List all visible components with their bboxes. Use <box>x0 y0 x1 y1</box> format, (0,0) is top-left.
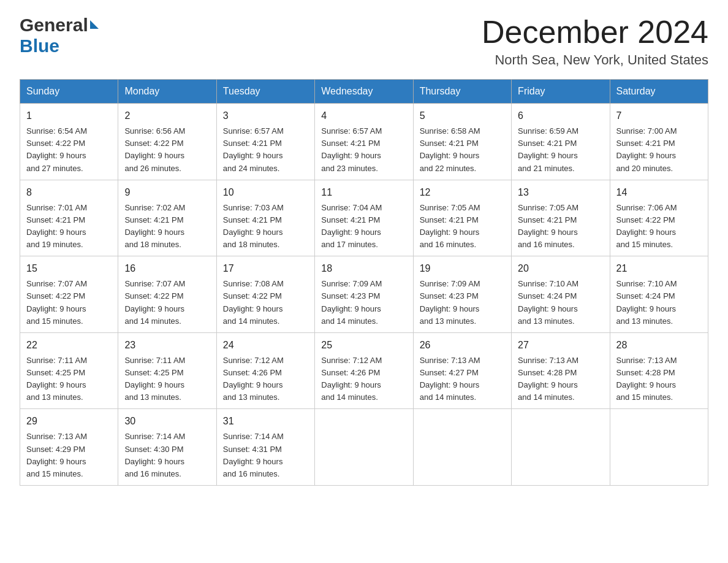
calendar-cell: 2 Sunrise: 6:56 AMSunset: 4:22 PMDayligh… <box>118 104 216 180</box>
day-number: 27 <box>518 338 603 353</box>
day-info: Sunrise: 6:59 AMSunset: 4:21 PMDaylight:… <box>518 126 578 172</box>
page-header: General Blue December 2024 North Sea, Ne… <box>20 15 708 68</box>
calendar-cell: 18 Sunrise: 7:09 AMSunset: 4:23 PMDaylig… <box>315 256 413 333</box>
day-info: Sunrise: 7:08 AMSunset: 4:22 PMDaylight:… <box>223 279 284 325</box>
day-info: Sunrise: 6:56 AMSunset: 4:22 PMDaylight:… <box>124 126 185 172</box>
day-number: 10 <box>223 185 308 200</box>
logo-blue: Blue <box>20 36 59 56</box>
header-friday: Friday <box>512 80 610 104</box>
day-info: Sunrise: 7:03 AMSunset: 4:21 PMDaylight:… <box>223 203 284 249</box>
week-row-5: 29 Sunrise: 7:13 AMSunset: 4:29 PMDaylig… <box>20 409 708 486</box>
day-number: 22 <box>26 338 112 353</box>
title-block: December 2024 North Sea, New York, Unite… <box>482 15 708 68</box>
day-info: Sunrise: 7:13 AMSunset: 4:28 PMDaylight:… <box>616 356 677 402</box>
calendar-cell: 4 Sunrise: 6:57 AMSunset: 4:21 PMDayligh… <box>315 104 413 180</box>
day-info: Sunrise: 7:13 AMSunset: 4:28 PMDaylight:… <box>518 356 578 402</box>
day-number: 11 <box>321 185 406 200</box>
day-number: 1 <box>26 109 112 123</box>
day-info: Sunrise: 6:58 AMSunset: 4:21 PMDaylight:… <box>420 126 480 172</box>
day-number: 24 <box>223 338 308 353</box>
day-number: 20 <box>518 261 603 276</box>
day-info: Sunrise: 7:05 AMSunset: 4:21 PMDaylight:… <box>420 203 480 249</box>
calendar-cell: 14 Sunrise: 7:06 AMSunset: 4:22 PMDaylig… <box>610 180 708 256</box>
day-number: 30 <box>124 414 210 429</box>
header-row: SundayMondayTuesdayWednesdayThursdayFrid… <box>20 80 708 104</box>
day-info: Sunrise: 7:00 AMSunset: 4:21 PMDaylight:… <box>616 126 677 172</box>
day-number: 3 <box>223 109 308 123</box>
day-info: Sunrise: 7:06 AMSunset: 4:22 PMDaylight:… <box>616 203 677 249</box>
week-row-3: 15 Sunrise: 7:07 AMSunset: 4:22 PMDaylig… <box>20 256 708 333</box>
calendar-cell: 11 Sunrise: 7:04 AMSunset: 4:21 PMDaylig… <box>315 180 413 256</box>
header-tuesday: Tuesday <box>216 80 314 104</box>
calendar-cell: 22 Sunrise: 7:11 AMSunset: 4:25 PMDaylig… <box>20 332 118 409</box>
day-number: 25 <box>321 338 406 353</box>
day-info: Sunrise: 7:01 AMSunset: 4:21 PMDaylight:… <box>26 203 87 249</box>
day-number: 9 <box>124 185 210 200</box>
day-number: 26 <box>420 338 505 353</box>
calendar-cell <box>512 409 610 486</box>
week-row-2: 8 Sunrise: 7:01 AMSunset: 4:21 PMDayligh… <box>20 180 708 256</box>
day-number: 28 <box>616 338 702 353</box>
day-info: Sunrise: 7:09 AMSunset: 4:23 PMDaylight:… <box>321 279 382 325</box>
header-saturday: Saturday <box>610 80 708 104</box>
calendar-cell: 30 Sunrise: 7:14 AMSunset: 4:30 PMDaylig… <box>118 409 216 486</box>
header-wednesday: Wednesday <box>315 80 413 104</box>
day-info: Sunrise: 6:57 AMSunset: 4:21 PMDaylight:… <box>223 126 284 172</box>
logo-chevron-icon <box>90 20 99 29</box>
day-number: 31 <box>223 414 308 429</box>
day-number: 5 <box>420 109 505 123</box>
day-number: 19 <box>420 261 505 276</box>
calendar-cell: 1 Sunrise: 6:54 AMSunset: 4:22 PMDayligh… <box>20 104 118 180</box>
calendar-cell: 15 Sunrise: 7:07 AMSunset: 4:22 PMDaylig… <box>20 256 118 333</box>
day-info: Sunrise: 7:05 AMSunset: 4:21 PMDaylight:… <box>518 203 578 249</box>
day-info: Sunrise: 7:12 AMSunset: 4:26 PMDaylight:… <box>321 356 382 402</box>
day-number: 15 <box>26 261 112 276</box>
calendar-table: SundayMondayTuesdayWednesdayThursdayFrid… <box>20 79 708 486</box>
header-monday: Monday <box>118 80 216 104</box>
day-info: Sunrise: 7:07 AMSunset: 4:22 PMDaylight:… <box>124 279 185 325</box>
day-info: Sunrise: 7:14 AMSunset: 4:31 PMDaylight:… <box>223 432 284 478</box>
day-info: Sunrise: 7:02 AMSunset: 4:21 PMDaylight:… <box>124 203 185 249</box>
week-row-4: 22 Sunrise: 7:11 AMSunset: 4:25 PMDaylig… <box>20 332 708 409</box>
day-number: 18 <box>321 261 406 276</box>
calendar-cell: 13 Sunrise: 7:05 AMSunset: 4:21 PMDaylig… <box>512 180 610 256</box>
day-number: 12 <box>420 185 505 200</box>
day-number: 7 <box>616 109 702 123</box>
calendar-cell: 26 Sunrise: 7:13 AMSunset: 4:27 PMDaylig… <box>413 332 511 409</box>
day-info: Sunrise: 7:12 AMSunset: 4:26 PMDaylight:… <box>223 356 284 402</box>
header-sunday: Sunday <box>20 80 118 104</box>
calendar-cell: 27 Sunrise: 7:13 AMSunset: 4:28 PMDaylig… <box>512 332 610 409</box>
day-number: 16 <box>124 261 210 276</box>
calendar-cell: 16 Sunrise: 7:07 AMSunset: 4:22 PMDaylig… <box>118 256 216 333</box>
day-number: 21 <box>616 261 702 276</box>
calendar-cell: 5 Sunrise: 6:58 AMSunset: 4:21 PMDayligh… <box>413 104 511 180</box>
calendar-cell <box>610 409 708 486</box>
calendar-cell: 7 Sunrise: 7:00 AMSunset: 4:21 PMDayligh… <box>610 104 708 180</box>
day-number: 8 <box>26 185 112 200</box>
calendar-title: December 2024 <box>482 15 708 50</box>
day-info: Sunrise: 7:13 AMSunset: 4:29 PMDaylight:… <box>26 432 87 478</box>
day-info: Sunrise: 7:13 AMSunset: 4:27 PMDaylight:… <box>420 356 480 402</box>
day-info: Sunrise: 7:11 AMSunset: 4:25 PMDaylight:… <box>26 356 87 402</box>
calendar-cell: 28 Sunrise: 7:13 AMSunset: 4:28 PMDaylig… <box>610 332 708 409</box>
day-info: Sunrise: 7:04 AMSunset: 4:21 PMDaylight:… <box>321 203 382 249</box>
calendar-cell: 12 Sunrise: 7:05 AMSunset: 4:21 PMDaylig… <box>413 180 511 256</box>
calendar-cell: 17 Sunrise: 7:08 AMSunset: 4:22 PMDaylig… <box>216 256 314 333</box>
calendar-subtitle: North Sea, New York, United States <box>482 52 708 68</box>
calendar-cell: 21 Sunrise: 7:10 AMSunset: 4:24 PMDaylig… <box>610 256 708 333</box>
day-info: Sunrise: 7:10 AMSunset: 4:24 PMDaylight:… <box>616 279 677 325</box>
calendar-cell: 24 Sunrise: 7:12 AMSunset: 4:26 PMDaylig… <box>216 332 314 409</box>
day-number: 6 <box>518 109 603 123</box>
calendar-cell: 25 Sunrise: 7:12 AMSunset: 4:26 PMDaylig… <box>315 332 413 409</box>
calendar-cell: 3 Sunrise: 6:57 AMSunset: 4:21 PMDayligh… <box>216 104 314 180</box>
week-row-1: 1 Sunrise: 6:54 AMSunset: 4:22 PMDayligh… <box>20 104 708 180</box>
day-number: 13 <box>518 185 603 200</box>
day-number: 17 <box>223 261 308 276</box>
logo: General Blue <box>20 15 99 56</box>
day-number: 14 <box>616 185 702 200</box>
day-info: Sunrise: 7:11 AMSunset: 4:25 PMDaylight:… <box>124 356 185 402</box>
day-info: Sunrise: 7:14 AMSunset: 4:30 PMDaylight:… <box>124 432 185 478</box>
day-info: Sunrise: 6:57 AMSunset: 4:21 PMDaylight:… <box>321 126 382 172</box>
calendar-cell: 9 Sunrise: 7:02 AMSunset: 4:21 PMDayligh… <box>118 180 216 256</box>
day-info: Sunrise: 7:10 AMSunset: 4:24 PMDaylight:… <box>518 279 578 325</box>
